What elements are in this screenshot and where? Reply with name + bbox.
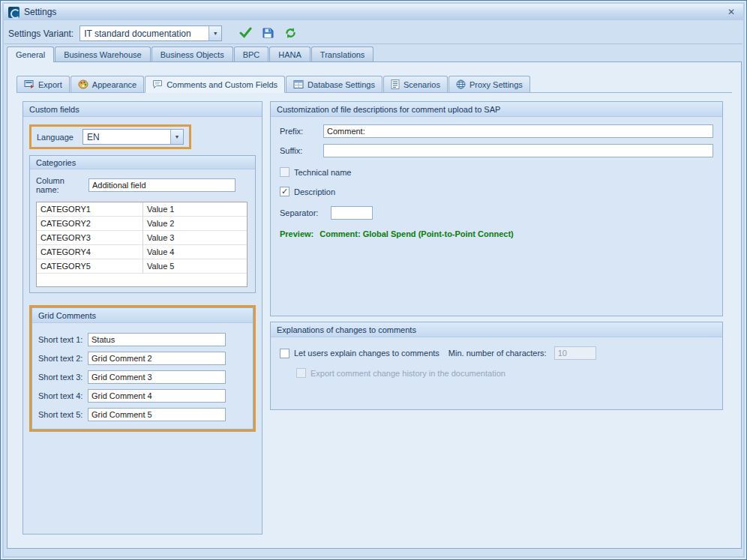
tab-label: Business Objects — [160, 50, 224, 59]
separator-input[interactable] — [331, 206, 373, 220]
tab-hana[interactable]: HANA — [269, 46, 310, 61]
tab-export[interactable]: Export — [16, 76, 70, 92]
save-button[interactable] — [258, 25, 278, 43]
short-text-4-label: Short text 4: — [38, 391, 88, 400]
description-checkbox[interactable] — [280, 187, 290, 196]
category-cell[interactable]: CATEGORY1 — [37, 202, 143, 217]
short-text-5-label: Short text 5: — [38, 410, 88, 419]
table-row[interactable]: CATEGORY2 Value 2 — [37, 217, 247, 231]
table-row[interactable]: CATEGORY3 Value 3 — [37, 231, 247, 245]
export-history-label: Export comment change history in the doc… — [310, 369, 506, 378]
tab-label: Business Warehouse — [64, 50, 142, 59]
tab-bpc[interactable]: BPC — [234, 46, 269, 61]
explanations-group: Explanations of changes to comments Let … — [270, 322, 723, 410]
tab-translations[interactable]: Translations — [311, 46, 374, 61]
column-name-input[interactable] — [88, 178, 236, 192]
tab-comments-and-custom-fields[interactable]: Comments and Custom Fields — [145, 76, 285, 93]
tab-label: Appearance — [92, 80, 136, 89]
preview-row: Preview: Comment: Global Spend (Point-to… — [280, 229, 713, 238]
value-cell[interactable]: Value 3 — [143, 231, 247, 245]
check-icon — [239, 27, 252, 40]
tab-business-warehouse[interactable]: Business Warehouse — [55, 46, 151, 61]
tab-label: Translations — [320, 50, 365, 59]
short-text-2-label: Short text 2: — [38, 354, 88, 363]
min-chars-input[interactable] — [554, 346, 596, 360]
chevron-down-icon[interactable]: ▼ — [170, 130, 183, 144]
tab-label: Proxy Settings — [470, 80, 523, 89]
short-text-1-label: Short text 1: — [38, 335, 88, 344]
scenarios-list-icon — [391, 79, 400, 89]
value-cell[interactable]: Value 2 — [143, 217, 247, 231]
tab-appearance[interactable]: Appearance — [70, 76, 144, 92]
comment-bubble-icon — [152, 79, 163, 89]
short-text-3-label: Short text 3: — [38, 373, 88, 382]
window-title: Settings — [24, 7, 56, 17]
preview-label: Preview: — [280, 229, 314, 238]
short-text-2-input[interactable] — [88, 352, 226, 365]
toolbar: Settings Variant: IT standard documentat… — [4, 23, 742, 44]
value-cell[interactable]: Value 1 — [143, 202, 247, 217]
short-text-1-input[interactable] — [88, 333, 226, 346]
tab-label: HANA — [278, 50, 302, 59]
tab-business-objects[interactable]: Business Objects — [152, 46, 233, 61]
tab-label: Scenarios — [404, 80, 440, 89]
palette-icon — [78, 79, 88, 89]
table-row[interactable]: CATEGORY4 Value 4 — [37, 245, 247, 259]
categories-table: CATEGORY1 Value 1 CATEGORY2 Value 2 CATE… — [36, 202, 248, 287]
chevron-down-icon[interactable]: ▼ — [208, 26, 221, 40]
short-text-4-input[interactable] — [88, 389, 226, 403]
category-cell[interactable]: CATEGORY4 — [37, 245, 143, 259]
category-cell[interactable]: CATEGORY3 — [37, 231, 143, 245]
category-cell[interactable]: CATEGORY2 — [37, 217, 143, 231]
separator-label: Separator: — [280, 208, 331, 217]
sub-tab-strip: Export Appearance Comments and Custom Fi… — [16, 76, 732, 93]
suffix-label: Suffix: — [280, 146, 323, 155]
tab-database-settings[interactable]: Database Settings — [286, 76, 382, 92]
globe-icon — [456, 79, 466, 89]
variant-value: IT standard documentation — [84, 28, 191, 39]
description-label: Description — [294, 187, 335, 196]
variant-label: Settings Variant: — [8, 28, 74, 39]
table-row[interactable]: CATEGORY1 Value 1 — [37, 202, 247, 217]
value-cell[interactable]: Value 5 — [143, 259, 247, 274]
close-button[interactable]: ✕ — [724, 6, 739, 18]
short-text-5-input[interactable] — [88, 408, 226, 421]
value-cell[interactable]: Value 4 — [143, 245, 247, 259]
language-label: Language — [37, 133, 74, 142]
tab-label: Comments and Custom Fields — [166, 80, 278, 89]
export-icon — [24, 79, 34, 89]
group-caption: Categories — [30, 156, 255, 169]
sap-customization-group: Customization of file descriptions for c… — [270, 101, 723, 316]
suffix-input[interactable] — [323, 144, 713, 157]
group-caption: Custom fields — [23, 102, 262, 117]
language-highlight-box: Language EN ▼ — [29, 124, 191, 149]
tab-label: BPC — [243, 50, 260, 59]
grid-comments-group: Grid Comments Short text 1: Short text 2… — [32, 307, 254, 430]
group-caption: Explanations of changes to comments — [271, 322, 722, 337]
export-history-checkbox[interactable] — [296, 368, 306, 378]
short-text-3-input[interactable] — [88, 370, 226, 384]
categories-group: Categories Column name: CATEGORY1 Value … — [29, 155, 256, 293]
technical-name-checkbox[interactable] — [280, 167, 290, 177]
general-tab-panel: Export Appearance Comments and Custom Fi… — [7, 61, 742, 549]
apply-button[interactable] — [236, 25, 255, 43]
refresh-button[interactable] — [280, 25, 300, 43]
column-name-label: Column name: — [36, 176, 88, 194]
category-cell[interactable]: CATEGORY5 — [37, 259, 143, 274]
custom-fields-group: Custom fields Language EN ▼ Categories C… — [22, 101, 262, 535]
settings-variant-dropdown[interactable]: IT standard documentation ▼ — [80, 25, 222, 41]
settings-window: Settings ✕ Settings Variant: IT standard… — [0, 0, 747, 560]
tab-label: General — [16, 50, 45, 59]
prefix-input[interactable] — [323, 124, 713, 138]
group-caption: Grid Comments — [32, 308, 253, 323]
language-dropdown[interactable]: EN ▼ — [82, 129, 184, 145]
grid-comments-highlight-box: Grid Comments Short text 1: Short text 2… — [29, 305, 256, 432]
let-users-explain-checkbox[interactable] — [280, 349, 290, 358]
refresh-icon — [284, 27, 297, 40]
table-row[interactable]: CATEGORY5 Value 5 — [37, 259, 247, 274]
tab-label: Database Settings — [308, 80, 375, 89]
min-chars-label: Min. number of characters: — [448, 349, 547, 358]
tab-proxy-settings[interactable]: Proxy Settings — [448, 76, 530, 92]
tab-general[interactable]: General — [7, 46, 54, 62]
tab-scenarios[interactable]: Scenarios — [383, 76, 448, 92]
